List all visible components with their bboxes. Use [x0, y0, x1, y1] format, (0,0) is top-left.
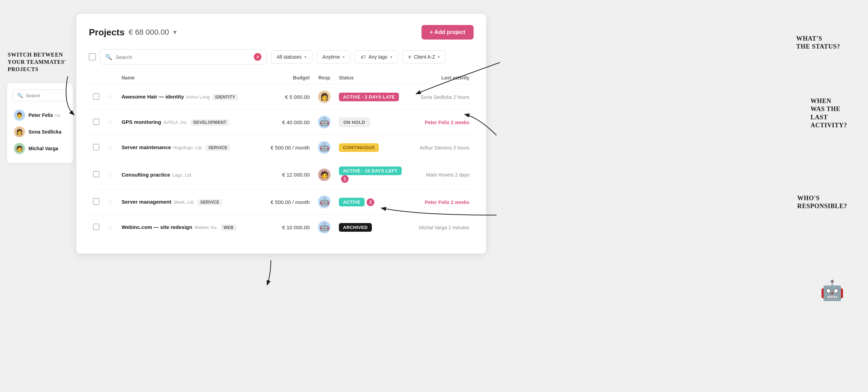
activity-text-2: Arthur Stevens 3 hours	[420, 145, 469, 151]
th-check	[89, 71, 103, 84]
project-name-5: Webinc.com — site redesign	[122, 224, 192, 230]
row-checkbox-0[interactable]	[93, 93, 99, 100]
star-icon-0[interactable]: ☆	[108, 93, 113, 100]
project-tag-5: WEB	[221, 224, 236, 231]
tags-filter-chevron-icon: ▾	[390, 55, 392, 59]
status-badge-5: ARCHIVED	[339, 223, 372, 232]
project-name-1: GPS monitoring	[122, 119, 161, 125]
sidebar-item-sona[interactable]: 👩 Sona Sedlicka	[12, 123, 67, 140]
status-badge-1: ON HOLD	[339, 118, 370, 127]
clear-search-icon[interactable]: ✕	[254, 53, 261, 61]
project-client-2: Hogofogo, Ltd.	[173, 145, 203, 150]
row-checkbox-1[interactable]	[93, 119, 99, 125]
avatar-resp-5: 🤖	[318, 221, 331, 233]
badge-count-3: 1	[341, 175, 349, 183]
annotation-switch: Switch betweenyour teammates'projects	[8, 51, 66, 73]
sidebar-search-input[interactable]	[26, 93, 63, 98]
sidebar-user-suffix-peter: me	[55, 113, 60, 118]
budget-value-4: € 500.00 / month	[270, 199, 310, 205]
project-tag-4: SERVICE	[198, 199, 222, 205]
sort-filter-button[interactable]: ≡ Client A-Z ▾	[402, 50, 446, 63]
avatar-peter: 👨	[14, 110, 25, 121]
row-checkbox-3[interactable]	[93, 171, 99, 177]
project-name-3: Consulting practice	[122, 172, 170, 178]
star-icon-2[interactable]: ☆	[108, 144, 113, 151]
card-header: Projects € 68 000.00 ▾ + Add project	[89, 25, 474, 40]
projects-table: Name Budget Resp Status Last activity ☆A…	[89, 71, 474, 240]
budget-value-0: € 5 000.00	[285, 94, 310, 100]
time-filter-label: Anytime	[323, 54, 340, 60]
time-filter-button[interactable]: Anytime ▾	[317, 50, 351, 63]
sort-filter-label: Client A-Z	[414, 54, 435, 60]
status-filter-button[interactable]: All statuses ▾	[271, 50, 312, 63]
project-client-3: Lago, Ltd.	[172, 172, 192, 178]
star-icon-3[interactable]: ☆	[108, 171, 113, 178]
sidebar-search-box[interactable]: 🔍	[12, 90, 67, 101]
project-name-4: Server management	[122, 199, 171, 205]
tag-icon: 🏷	[361, 54, 366, 60]
budget-value-2: € 500.00 / month	[270, 145, 310, 151]
star-icon-5[interactable]: ☆	[108, 224, 113, 231]
title-chevron-icon[interactable]: ▾	[173, 28, 176, 36]
main-card: Projects € 68 000.00 ▾ + Add project 🔍 ✕…	[76, 14, 486, 254]
status-badge-3: ACTIVE - 10 DAYS LEFT	[339, 167, 402, 175]
status-badge-4: ACTIVE	[339, 198, 365, 206]
project-tag-0: IDENTITY	[212, 94, 238, 100]
row-checkbox-4[interactable]	[93, 198, 99, 205]
sidebar-user-name-michal: Michal Varga	[28, 146, 58, 151]
sidebar-item-michal[interactable]: 🧑 Michal Varga	[12, 140, 67, 157]
tags-filter-label: Any tags	[368, 54, 387, 60]
star-icon-1[interactable]: ☆	[108, 119, 113, 126]
sidebar-user-name-sona: Sona Sedlicka	[28, 129, 61, 135]
table-row: ☆Consulting practiceLago, Ltd.€ 12 000.0…	[89, 160, 474, 189]
project-name-0: Awesome Hair — identity	[122, 94, 184, 100]
project-client-0: Arthur Long	[186, 94, 210, 100]
status-filter-label: All statuses	[277, 54, 302, 60]
th-activity: Last activity	[411, 71, 474, 84]
add-project-button[interactable]: + Add project	[422, 25, 474, 40]
project-client-4: Sleek, Ltd.	[173, 199, 194, 205]
select-all-checkbox[interactable]	[89, 53, 96, 60]
th-resp: Resp	[314, 71, 335, 84]
activity-text-3: Mark Hovers 2 days	[426, 172, 469, 178]
star-icon-4[interactable]: ☆	[108, 198, 113, 205]
avatar-resp-0: 👩	[318, 91, 331, 103]
th-status: Status	[335, 71, 411, 84]
row-checkbox-5[interactable]	[93, 224, 99, 230]
sort-filter-chevron-icon: ▾	[438, 55, 440, 59]
avatar-michal: 🧑	[14, 143, 25, 154]
page-title: Projects	[89, 27, 125, 38]
row-checkbox-2[interactable]	[93, 144, 99, 150]
badge-count-4: 2	[367, 198, 374, 206]
budget-value-3: € 12 000.00	[282, 172, 310, 178]
project-client-1: AVOLA, Inc.	[163, 120, 188, 125]
th-budget: Budget	[258, 71, 314, 84]
avatar-resp-2: 🤖	[318, 141, 331, 154]
sidebar-item-peter[interactable]: 👨 Peter Felix me	[12, 107, 67, 123]
avatar-resp-4: 🤖	[318, 196, 331, 208]
annotation-status: What'sthe status?	[796, 35, 840, 51]
search-box[interactable]: 🔍 ✕	[100, 49, 267, 65]
annotation-robot-icon: 🤖	[820, 279, 844, 302]
annotation-activity: Whenwas thelastactivity?	[811, 97, 848, 130]
table-row: ☆GPS monitoringAVOLA, Inc.DEVELOPMENT€ 4…	[89, 110, 474, 135]
project-tag-2: SERVICE	[206, 145, 230, 151]
search-input[interactable]	[116, 54, 250, 60]
sidebar-user-name-peter: Peter Felix	[28, 112, 53, 118]
project-tag-1: DEVELOPMENT	[191, 119, 229, 126]
annotation-responsible: Who'sresponsible?	[797, 194, 847, 211]
tags-filter-button[interactable]: 🏷 Any tags ▾	[355, 50, 398, 63]
status-badge-0: ACTIVE - 2 DAYS LATE	[339, 93, 399, 101]
sort-icon: ≡	[408, 54, 411, 60]
project-client-5: Webinc Inc.	[194, 225, 218, 230]
avatar-resp-1: 🤖	[318, 116, 331, 128]
toolbar: 🔍 ✕ All statuses ▾ Anytime ▾ 🏷 Any tags …	[89, 49, 474, 65]
budget-value-1: € 40 000.00	[282, 119, 310, 125]
status-badge-2: CONTINUOUS	[339, 143, 379, 152]
table-row: ☆Awesome Hair — identityArthur LongIDENT…	[89, 84, 474, 110]
projects-total: € 68 000.00	[129, 28, 169, 37]
avatar-resp-3: 🧑	[318, 169, 331, 181]
table-header-row: Name Budget Resp Status Last activity	[89, 71, 474, 84]
budget-value-5: € 10 000.00	[282, 224, 310, 230]
time-filter-chevron-icon: ▾	[343, 55, 345, 59]
